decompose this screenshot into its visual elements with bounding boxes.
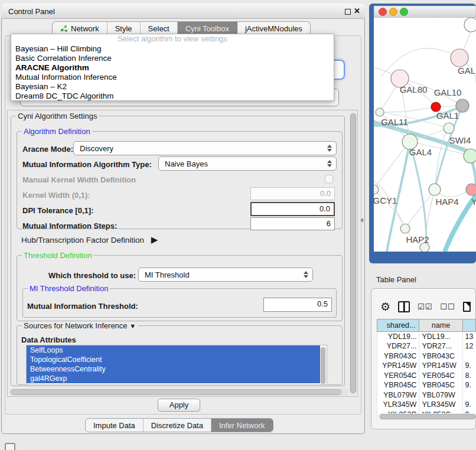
list-item[interactable]: SelfLoops [27,345,320,355]
page-icon[interactable] [463,302,471,312]
manual-kernel-width-checkbox[interactable] [325,175,333,183]
columns-icon[interactable] [398,301,410,312]
node-salmon[interactable] [466,184,476,195]
scrollbar-thumb[interactable] [380,414,476,419]
node-gal11[interactable] [376,108,384,116]
network-view-window: GAL GAL80 GAL10 GAL1 GAL11 GAL4 SWI4 GCY… [369,0,476,263]
network-icon [60,25,68,32]
tab-infer-network[interactable]: Infer Network [211,419,273,432]
combo-spinner-icon [304,269,308,281]
node-label: SWI4 [449,135,471,145]
table-row[interactable]: YBL079WYBL079W [377,390,476,400]
algorithm-definition-title: Algorithm Definition [22,127,92,136]
control-panel-title: Control Panel [8,7,55,16]
node-label: Y [471,197,476,207]
tab-cyni-toolbox[interactable]: Cyni Toolbox [178,22,237,35]
dpi-tolerance-label: DPI Tolerance [0,1]: [22,206,93,215]
column-header-shared[interactable]: shared... [377,319,419,332]
cyni-bottom-tabs: Impute Data Discretize Data Infer Networ… [85,418,273,432]
mi-threshold-label: Mutual Information Threshold: [27,302,138,311]
table-row[interactable]: YBR043CYBR043C [377,351,476,361]
scrollbar-thumb[interactable] [321,347,325,384]
mi-threshold-field[interactable]: 0.5 [263,298,332,312]
table-row[interactable]: YBR045CYBR045C9. [377,380,476,390]
minimize-traffic-light[interactable] [390,8,397,16]
menu-item[interactable]: Bayesian – K2 [11,82,334,92]
node-label: GAL [458,66,475,76]
column-header-partial[interactable] [462,319,475,332]
sources-title: Sources for Network Inference ▼ [22,321,138,330]
mi-algorithm-type-label: Mutual Information Algorithm Type: [22,160,152,169]
hub-definition-label: Hub/Transcription Factor Definition [21,236,144,244]
manual-kernel-width-label: Manual Kernel Width Definition [22,175,136,184]
tab-discretize-data[interactable]: Discretize Data [144,419,211,432]
menu-item[interactable]: Bayesian – Hill Climbing [11,44,334,54]
node-hap2[interactable] [400,224,410,233]
deselect-all-checkboxes-icon[interactable]: ☐☐ [440,302,455,311]
menu-item[interactable]: Mutual Information Inference [11,73,334,82]
table-row[interactable]: YDL19...YDL19...13 [377,332,476,342]
node-label: GAL80 [400,84,428,94]
network-window-titlebar[interactable] [374,6,476,18]
node-label: HAP2 [406,234,429,244]
tab-style[interactable]: Style [107,22,141,35]
node-label: HAP4 [435,197,458,207]
node-swi4[interactable] [464,149,476,163]
table-row[interactable]: YDR27...YDR27...12 [377,341,476,351]
control-panel-titlebar [1,4,365,19]
mi-threshold-definition-title: MI Threshold Definition [28,284,110,293]
kernel-width-field: 0.0 [250,187,335,200]
node-label: GAL4 [409,147,432,157]
mi-algorithm-type-combo[interactable]: Naive Bayes [158,156,337,171]
column-header-name[interactable]: name [419,319,462,332]
select-all-checkboxes-icon[interactable]: ☑☑ [418,302,432,311]
apply-button[interactable]: Apply [158,399,200,412]
node-top-partial[interactable] [464,18,476,32]
gear-icon[interactable]: ⚙ [380,301,390,312]
list-item[interactable]: gal4RGexp [27,374,320,383]
scrollbar-thumb[interactable] [350,113,356,393]
tab-select[interactable]: Select [141,22,178,35]
table-panel-title: Table Panel [376,275,416,284]
tab-network[interactable]: Network [53,22,107,35]
aracne-mode-combo[interactable]: Discovery [73,141,337,155]
node-gal1[interactable] [444,123,454,133]
kernel-width-label: Kernel Width (0,1): [22,191,90,200]
tab-jactivemnodules[interactable]: jActiveMNodules [237,22,310,35]
list-item[interactable]: TopologicalCoefficient [27,355,320,364]
table-row[interactable]: YPR145WYPR145W9. [377,361,476,371]
data-attributes-label: Data Attributes [21,335,76,344]
close-icon[interactable]: ✕ [354,6,360,15]
combo-spinner-icon [327,158,332,169]
menu-item[interactable]: Dream8 DC_TDC Algorithm [11,92,334,101]
dpi-tolerance-field[interactable]: 0.0 [250,202,335,216]
close-traffic-light[interactable] [379,8,387,16]
node-hap4[interactable] [429,184,441,195]
tab-impute-data[interactable]: Impute Data [86,419,144,432]
mi-steps-label: Mutual Information Steps: [22,221,117,230]
expander-right-icon: ▶ [151,234,158,244]
which-threshold-label: Which threshold to use: [48,271,136,280]
minimized-panel-icon[interactable] [5,443,15,450]
list-scrollbar[interactable] [320,346,326,385]
data-attributes-list[interactable]: SelfLoops TopologicalCoefficient Between… [26,345,327,385]
zoom-traffic-light[interactable] [400,8,408,16]
float-window-icon[interactable] [345,9,351,15]
node-label: GAL10 [434,87,462,97]
cyni-algorithm-settings-title: Cyni Algorithm Settings [16,112,99,120]
node-label: GCY1 [373,195,397,206]
list-item[interactable]: BetweennessCentrality [27,364,320,374]
table-row[interactable]: YLR345WYLR345W9. [377,400,476,410]
node-gal-partial[interactable] [451,49,468,67]
scrollbar-thumb[interactable] [11,389,341,395]
menu-item[interactable]: Basic Correlation Inference [11,54,334,63]
panel-splitter-handle[interactable] [358,218,363,223]
mi-steps-field[interactable]: 6 [250,217,335,230]
which-threshold-combo[interactable]: MI Threshold [138,268,313,282]
menu-item-selected[interactable]: ARACNE Algorithm [11,63,334,73]
table-row[interactable]: YER054CYER054C8. [377,371,476,381]
expander-down-icon[interactable]: ▼ [129,322,136,330]
node-attribute-table: shared... name YDL19...YDL19...13 YDR27.… [377,319,476,419]
combo-spinner-icon [327,142,332,154]
hub-definition-expander[interactable]: Hub/Transcription Factor Definition ▶ [21,234,158,245]
